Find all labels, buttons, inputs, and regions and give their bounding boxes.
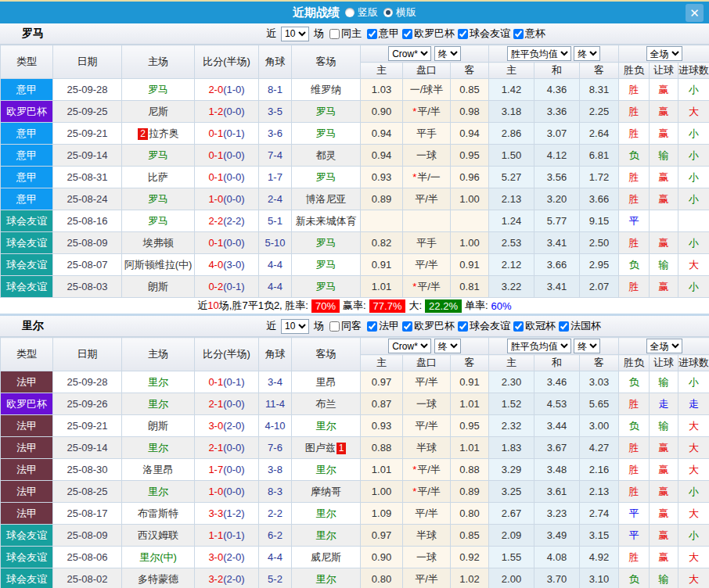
league-label[interactable]: 球会友谊 [470,319,510,333]
away-team-name: 里尔 [316,507,337,519]
league-filter[interactable]: 意甲 [364,27,399,41]
layout-option-vertical[interactable]: 竖版 [345,5,378,20]
result-cell: 胜 [619,167,650,188]
same-venue-filter[interactable]: 同客 [326,319,362,333]
league-filter[interactable]: 法甲 [364,319,399,333]
away-team-name: 博洛尼亚 [306,193,347,205]
horizontal-layout-label[interactable]: 横版 [396,5,416,20]
result-cell: 胜 [619,232,650,254]
date-cell: 25-08-07 [53,254,122,276]
score-cell: 0-1(0-0) [195,232,259,254]
league-label[interactable]: 欧罗巴杯 [414,27,455,41]
league-filter[interactable]: 欧冠杯 [510,319,556,333]
home-team-cell: 里尔 [122,481,195,503]
fullmatch-select[interactable]: 全场 [646,46,682,61]
odds-final-select[interactable]: 终 [434,339,461,353]
games-label: 场 [314,319,324,333]
league-filter[interactable]: 球会友谊 [455,319,510,333]
league-type-cell: 法甲 [1,415,53,437]
league-label[interactable]: 欧罗巴杯 [414,319,455,333]
avg-draw-cell: 3.61 [534,481,580,503]
same-venue-label[interactable]: 同客 [341,319,362,333]
league-checkbox[interactable] [513,29,524,39]
halftime-score: (2-0) [223,551,244,563]
away-odds-cell: 0.85 [451,79,489,101]
league-label[interactable]: 意杯 [525,27,545,41]
result-cell: 胜 [619,459,650,481]
odds-company-select[interactable]: Crow* [388,339,431,353]
league-checkbox[interactable] [402,29,412,39]
league-filter[interactable]: 欧罗巴杯 [399,27,455,41]
league-checkbox[interactable] [458,321,468,332]
away-team-name: 罗马 [316,237,337,249]
col-header-home: 主场 [122,338,195,371]
league-label[interactable]: 法甲 [379,319,399,333]
handicap-result-cell: 走 [650,393,678,415]
goals-result-cell: 小 [678,188,709,210]
league-label[interactable]: 球会友谊 [470,27,510,41]
odds-company-select[interactable]: Crow* [388,46,431,61]
avg-draw-cell: 3.56 [534,167,580,188]
match-count-select[interactable]: 10 [281,319,309,334]
halftime-score: (0-0) [223,486,244,497]
avg-value-select[interactable]: 胜平负均值 [507,339,571,353]
result-cell: 负 [619,145,650,167]
same-venue-label[interactable]: 同主 [341,27,362,41]
match-row: 欧罗巴杯25-09-26里尔2-1(0-0)11-4布兰0.87一球1.011.… [1,393,709,415]
same-venue-checkbox[interactable] [329,321,340,332]
fulltime-score: 3-0 [208,551,223,563]
avg-value-select[interactable]: 胜平负均值 [507,46,571,61]
sub-header-result: 胜负 [619,355,650,371]
avg-draw-cell: 3.23 [534,503,580,525]
fullmatch-select[interactable]: 全场 [646,339,682,353]
avg-final-select[interactable]: 终 [574,339,600,353]
radio-unchecked-icon[interactable] [345,8,354,17]
handicap-result-cell: 赢 [650,459,678,481]
league-label[interactable]: 欧冠杯 [525,319,556,333]
league-checkbox[interactable] [458,29,468,39]
close-icon[interactable]: ✕ [686,4,704,22]
league-label[interactable]: 法国杯 [570,319,601,333]
away-team-cell: 威尼斯 [292,547,361,568]
fulltime-score: 0-1 [208,237,223,249]
avg-final-select[interactable]: 终 [574,46,600,61]
vertical-layout-label[interactable]: 竖版 [358,5,378,20]
same-venue-checkbox[interactable] [329,29,340,39]
avg-away-cell: 3.66 [580,188,619,210]
halftime-score: (0-0) [223,106,244,117]
avg-away-cell: 2.13 [580,481,619,503]
avg-away-cell: 3.00 [580,415,619,437]
league-checkbox[interactable] [402,321,412,332]
avg-away-cell: 2.50 [580,232,619,254]
away-team-cell: 里尔 [292,459,361,481]
halftime-score: (0-0) [223,398,244,410]
score-cell: 2-1(0-0) [195,437,259,459]
league-filter[interactable]: 法国杯 [556,319,601,333]
score-cell: 0-1(0-0) [195,145,259,167]
radio-checked-icon[interactable] [383,8,393,17]
league-label[interactable]: 意甲 [379,27,399,41]
match-row: 法甲25-09-21朗斯3-0(2-0)4-10里尔0.93平/半0.952.3… [1,415,709,437]
home-odds-cell: 0.82 [361,232,403,254]
away-team-cell: 布兰 [292,393,361,415]
corner-cell: 3-4 [259,371,292,393]
league-checkbox[interactable] [367,29,377,39]
league-filter[interactable]: 欧罗巴杯 [399,319,455,333]
league-checkbox[interactable] [513,321,524,332]
same-venue-filter[interactable]: 同主 [326,27,362,41]
goals-result-cell: 小 [678,145,709,167]
odds-final-select[interactable]: 终 [434,46,461,61]
league-filter[interactable]: 意杯 [510,27,545,41]
league-checkbox[interactable] [559,321,569,332]
away-team-name: 布兰 [316,398,337,410]
layout-option-horizontal[interactable]: 横版 [383,5,416,20]
match-count-select[interactable]: 10 [281,27,309,41]
goals-result-cell: 小 [678,276,709,298]
league-type-cell: 球会友谊 [1,568,53,588]
score-cell: 0-2(0-1) [195,276,259,298]
avg-away-cell: 9.15 [580,210,619,232]
league-checkbox[interactable] [367,321,377,332]
date-cell: 25-08-03 [53,276,122,298]
home-odds-cell: 1.00 [361,481,403,503]
league-filter[interactable]: 球会友谊 [455,27,510,41]
